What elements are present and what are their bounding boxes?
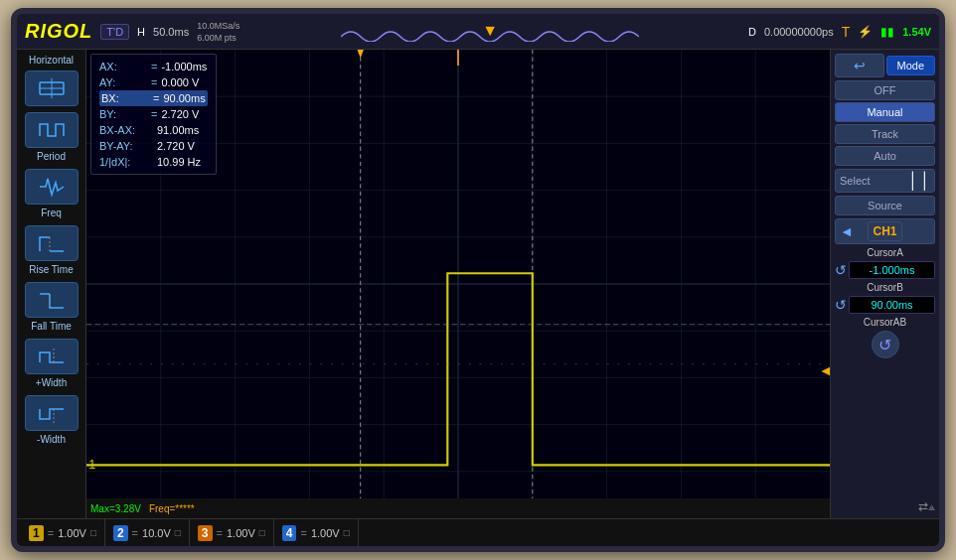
ch2-icon: □ (175, 527, 181, 538)
cursorA-row: ↺ -1.000ms (835, 261, 935, 279)
mode-group: OFF Manual Track Auto (835, 80, 935, 166)
right-panel: ↩ Mode OFF Manual Track Auto Select │ │ (830, 50, 939, 518)
battery-icon: ▮▮ (880, 25, 894, 39)
period-btn[interactable] (25, 112, 79, 148)
meas-bx: BX: = 90.00ms (99, 90, 208, 106)
mem-depth: 6.00M pts (197, 32, 239, 44)
ch3-coupling: = (217, 527, 223, 539)
ch1-val: 1.00V (58, 527, 86, 539)
bottom-bar: 1 = 1.00V □ 2 = 10.0V □ 3 = 1.00V □ 4 = … (17, 518, 939, 546)
max-val: Max=3.28V (90, 503, 141, 514)
select-label: Select (840, 175, 871, 187)
fall-time-btn[interactable] (25, 282, 79, 318)
meas-byay: BY-AY: 2.720 V (99, 138, 208, 154)
horizontal-label: Horizontal (29, 55, 74, 66)
ch2-coupling: = (132, 527, 138, 539)
ch1-icon: □ (90, 527, 96, 538)
horizontal-label: H (137, 26, 145, 38)
horizontal-btn[interactable] (25, 70, 79, 106)
cursorB-label: CursorB (835, 282, 935, 293)
mode-off-btn[interactable]: OFF (835, 80, 935, 100)
select-icons: │ │ (908, 173, 930, 189)
ch4-icon: □ (344, 527, 350, 538)
left-sidebar: Horizontal Period Freq (17, 50, 86, 518)
meas-1dx: 1/|dX|: 10.99 Hz (99, 154, 208, 170)
ch4-info: 4 = 1.00V □ (274, 519, 359, 546)
rise-time-label: Rise Time (29, 264, 73, 275)
ch3-info: 3 = 1.00V □ (190, 519, 274, 546)
top-bar: RIGOL T'D H 50.0ms 10.0MSa/s 6.00M pts ▼… (17, 14, 939, 50)
mode-auto-btn[interactable]: Auto (835, 146, 935, 166)
period-label: Period (37, 151, 66, 162)
wave-indicator: ▼ (247, 22, 732, 42)
ch4-coupling: = (300, 527, 306, 539)
ch1-coupling: = (48, 527, 54, 539)
freq-val: Freq=***** (149, 503, 195, 514)
ch3-icon: □ (259, 527, 265, 538)
usb-area: ⇄⟁ (835, 496, 935, 514)
lightning-icon: ⚡ (858, 25, 873, 39)
select-btn[interactable]: Select │ │ (835, 169, 935, 193)
plus-width-label: +Width (36, 377, 67, 388)
plus-width-btn[interactable] (25, 339, 79, 374)
cursorA-label: CursorA (835, 247, 935, 258)
trigger-label: D (748, 26, 756, 38)
source-select[interactable]: ◄ CH1 ► (835, 218, 935, 244)
ch4-val: 1.00V (311, 527, 340, 539)
scope-bottom-status: Max=3.28V Freq=***** (86, 498, 830, 518)
freq-btn[interactable] (25, 169, 79, 205)
sample-rate: 10.0MSa/s (197, 20, 239, 32)
mode-header: ↩ Mode (835, 54, 935, 77)
source-label-btn[interactable]: Source (835, 196, 935, 215)
ch1-num: 1 (29, 525, 44, 541)
cursorA-rotate-icon[interactable]: ↺ (835, 262, 847, 278)
ch4-num: 4 (282, 525, 297, 541)
svg-text:1: 1 (88, 457, 95, 472)
ch2-num: 2 (113, 525, 128, 541)
meas-ax: AX: = -1.000ms (99, 59, 208, 74)
rise-time-btn[interactable] (25, 225, 79, 261)
voltage-display: 1.54V (902, 26, 931, 38)
mode-track-btn[interactable]: Track (835, 124, 935, 144)
ch2-val: 10.0V (142, 527, 171, 539)
mode-manual-btn[interactable]: Manual (835, 102, 935, 122)
cursorA-value: -1.000ms (849, 261, 935, 279)
source-value: CH1 (868, 221, 901, 241)
meas-bxax: BX-AX: 91.00ms (99, 122, 208, 138)
cursorB-value: 90.00ms (849, 296, 935, 314)
left-arrow-icon: ◄ (840, 223, 854, 239)
ch3-num: 3 (198, 525, 213, 541)
cursorB-row: ↺ 90.00ms (835, 296, 935, 314)
usb-icon: ⇄⟁ (918, 499, 935, 513)
rotate-icon: ↺ (878, 336, 891, 354)
fall-time-label: Fall Time (31, 321, 72, 332)
trigger-mode-badge: T'D (100, 24, 129, 40)
trigger-arrow-icon: T (842, 24, 851, 40)
minus-width-label: -Width (37, 434, 66, 445)
cursorAB-label: CursorAB (835, 317, 935, 328)
cursorB-rotate-icon[interactable]: ↺ (835, 297, 847, 313)
meas-ay: AY: = 0.000 V (99, 74, 208, 90)
scope-display: AX: = -1.000ms AY: = 0.000 V BX: = 90.00… (86, 50, 830, 518)
cursorAB-rotate-btn[interactable]: ↺ (872, 331, 899, 358)
mode-label-btn[interactable]: Mode (886, 56, 936, 75)
ch2-info: 2 = 10.0V □ (105, 519, 190, 546)
ch3-val: 1.00V (227, 527, 255, 539)
trigger-time: 0.00000000ps (764, 26, 834, 38)
minus-width-btn[interactable] (25, 395, 79, 431)
measurements-panel: AX: = -1.000ms AY: = 0.000 V BX: = 90.00… (90, 54, 217, 175)
main-area: Horizontal Period Freq (17, 50, 939, 518)
time-div: 50.0ms (153, 26, 189, 38)
rigol-logo: RIGOL (25, 20, 92, 43)
waveform-indicator (341, 27, 639, 42)
back-btn[interactable]: ↩ (835, 54, 884, 77)
meas-by: BY: = 2.720 V (99, 106, 208, 122)
oscilloscope: RIGOL T'D H 50.0ms 10.0MSa/s 6.00M pts ▼… (11, 8, 945, 552)
freq-label: Freq (41, 208, 62, 218)
ch1-info: 1 = 1.00V □ (21, 519, 105, 546)
